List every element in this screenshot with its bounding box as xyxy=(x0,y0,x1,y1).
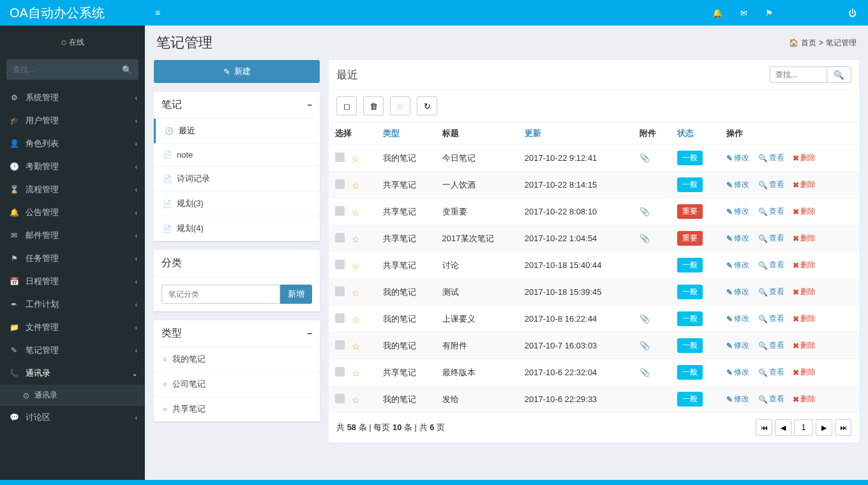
delete-action[interactable]: ✖删除 xyxy=(793,394,816,405)
bell-icon[interactable]: 🔔 xyxy=(712,8,722,18)
pager-next[interactable]: ▶ xyxy=(816,419,832,436)
row-checkbox[interactable] xyxy=(335,313,345,323)
delete-action[interactable]: ✖删除 xyxy=(793,367,816,378)
search-icon[interactable]: 🔍 xyxy=(116,65,138,75)
edit-action[interactable]: ✎修改 xyxy=(726,394,749,405)
star-icon[interactable]: ☆ xyxy=(352,234,360,244)
star-icon[interactable]: ☆ xyxy=(352,341,360,352)
edit-action[interactable]: ✎修改 xyxy=(726,260,749,271)
collapse-icon[interactable]: − xyxy=(307,100,312,110)
flag-icon[interactable]: ⚑ xyxy=(765,8,773,18)
row-checkbox[interactable] xyxy=(335,206,345,216)
sidebar-sub-item[interactable]: ⊙通讯录 xyxy=(0,385,145,406)
star-icon[interactable]: ☆ xyxy=(352,288,360,298)
star-button[interactable]: ☆ xyxy=(390,96,410,116)
collapse-icon[interactable]: − xyxy=(307,329,312,338)
row-checkbox[interactable] xyxy=(335,233,345,243)
row-checkbox[interactable] xyxy=(335,287,345,296)
sidebar-item[interactable]: ✒工作计划‹ xyxy=(0,293,145,316)
delete-action[interactable]: ✖删除 xyxy=(793,233,816,244)
view-action[interactable]: 🔍查看 xyxy=(758,340,784,351)
category-add-button[interactable]: 新增 xyxy=(280,285,312,304)
delete-action[interactable]: ✖删除 xyxy=(793,287,816,297)
pager-first[interactable]: ⏮ xyxy=(756,419,772,436)
notes-list-item[interactable]: 📄诗词记录 xyxy=(154,167,320,191)
edit-action[interactable]: ✎修改 xyxy=(726,313,749,324)
delete-action[interactable]: ✖删除 xyxy=(793,260,816,271)
star-icon[interactable]: ☆ xyxy=(352,261,360,271)
edit-action[interactable]: ✎修改 xyxy=(726,287,749,297)
sidebar-item[interactable]: 💬讨论区‹ xyxy=(0,406,145,429)
star-icon[interactable]: ☆ xyxy=(352,207,360,218)
delete-action[interactable]: ✖删除 xyxy=(793,206,816,217)
row-checkbox[interactable] xyxy=(335,394,345,403)
row-checkbox[interactable] xyxy=(335,260,345,269)
star-icon[interactable]: ☆ xyxy=(352,154,360,164)
row-checkbox[interactable] xyxy=(335,367,345,377)
type-list-item[interactable]: ○公司笔记 xyxy=(154,372,320,397)
view-action[interactable]: 🔍查看 xyxy=(758,153,784,163)
sidebar-item[interactable]: 🎓用户管理‹ xyxy=(0,109,145,132)
row-checkbox[interactable] xyxy=(335,153,345,162)
pager-last[interactable]: ⏭ xyxy=(835,419,851,436)
delete-action[interactable]: ✖删除 xyxy=(793,313,816,324)
sidebar-item[interactable]: ✎笔记管理‹ xyxy=(0,339,145,362)
category-input[interactable] xyxy=(161,285,280,304)
sidebar-item[interactable]: 📅日程管理‹ xyxy=(0,270,145,293)
sidebar-item[interactable]: ✉邮件管理‹ xyxy=(0,224,145,247)
view-action[interactable]: 🔍查看 xyxy=(758,287,784,297)
view-action[interactable]: 🔍查看 xyxy=(758,313,784,324)
select-all-button[interactable]: ◻ xyxy=(336,96,357,116)
edit-action[interactable]: ✎修改 xyxy=(726,153,749,163)
delete-button[interactable]: 🗑 xyxy=(363,96,384,116)
sidebar-item[interactable]: 🔔公告管理‹ xyxy=(0,201,145,224)
type-list-item[interactable]: ○共享笔记 xyxy=(154,397,320,422)
view-action[interactable]: 🔍查看 xyxy=(758,206,784,217)
notes-list-item[interactable]: 📄规划(4) xyxy=(154,216,320,241)
row-checkbox[interactable] xyxy=(335,179,345,189)
col-update[interactable]: 更新 xyxy=(518,123,633,145)
view-action[interactable]: 🔍查看 xyxy=(758,260,784,271)
view-action[interactable]: 🔍查看 xyxy=(758,394,784,405)
view-action[interactable]: 🔍查看 xyxy=(758,179,784,190)
sidebar-item[interactable]: ⚙系统管理‹ xyxy=(0,86,145,109)
edit-action[interactable]: ✎修改 xyxy=(726,206,749,217)
col-type[interactable]: 类型 xyxy=(377,123,435,145)
delete-action[interactable]: ✖删除 xyxy=(793,340,816,351)
row-checkbox[interactable] xyxy=(335,340,345,350)
edit-action[interactable]: ✎修改 xyxy=(726,340,749,351)
star-icon[interactable]: ☆ xyxy=(352,395,360,405)
star-icon[interactable]: ☆ xyxy=(352,368,360,378)
type-list-item[interactable]: ○我的笔记 xyxy=(154,347,320,372)
edit-action[interactable]: ✎修改 xyxy=(726,367,749,378)
sidebar-item[interactable]: 📁文件管理‹ xyxy=(0,316,145,339)
power-icon[interactable]: ⏻ xyxy=(848,8,857,18)
new-button[interactable]: ✎新建 xyxy=(154,60,320,83)
menu-toggle-icon[interactable]: ≡ xyxy=(145,8,170,18)
star-icon[interactable]: ☆ xyxy=(352,315,360,325)
view-action[interactable]: 🔍查看 xyxy=(758,233,784,244)
notes-list-item[interactable]: 🕒最近 xyxy=(154,119,320,144)
delete-action[interactable]: ✖删除 xyxy=(793,179,816,190)
star-icon[interactable]: ☆ xyxy=(352,181,360,191)
envelope-icon[interactable]: ✉ xyxy=(740,8,747,18)
notes-list-item[interactable]: 📄note xyxy=(154,144,320,167)
table-search-input[interactable] xyxy=(770,66,827,83)
sidebar-item[interactable]: ⚑任务管理‹ xyxy=(0,247,145,270)
table-search-button[interactable]: 🔍 xyxy=(827,66,851,83)
sidebar-item[interactable]: 🕒考勤管理‹ xyxy=(0,155,145,178)
delete-action[interactable]: ✖删除 xyxy=(793,153,816,163)
view-action[interactable]: 🔍查看 xyxy=(758,367,784,378)
col-status[interactable]: 状态 xyxy=(671,123,720,145)
sidebar-item[interactable]: 👤角色列表‹ xyxy=(0,132,145,155)
sidebar-item[interactable]: ⌛流程管理‹ xyxy=(0,178,145,201)
edit-action[interactable]: ✎修改 xyxy=(726,233,749,244)
sidebar-item[interactable]: 📞通讯录⌄ xyxy=(0,362,145,385)
sidebar-search-input[interactable] xyxy=(6,65,116,74)
crumb-home[interactable]: 首页 xyxy=(801,38,816,48)
pager-page-input[interactable] xyxy=(794,419,813,436)
pager-prev[interactable]: ◀ xyxy=(775,419,791,436)
refresh-button[interactable]: ↻ xyxy=(417,96,437,116)
edit-action[interactable]: ✎修改 xyxy=(726,179,749,190)
notes-list-item[interactable]: 📄规划(3) xyxy=(154,191,320,216)
